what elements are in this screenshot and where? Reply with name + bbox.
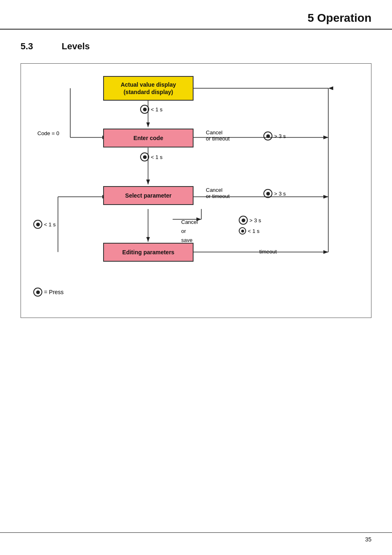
less-1s-label-1: < 1 s <box>140 105 163 114</box>
or-timeout-2-label: or timeout <box>206 193 230 199</box>
enter-code-box: Enter code <box>103 129 194 147</box>
less-1s-label-2: < 1 s <box>140 152 163 161</box>
greater-3s-label-1: > 3 s <box>263 131 286 140</box>
page-header: 5 Operation <box>0 0 392 30</box>
or-timeout-1-label: or timeout <box>206 136 230 142</box>
timeout-label: timeout <box>259 249 277 255</box>
select-parameter-label: Select parameter <box>125 192 172 199</box>
editing-parameters-box: Editing parameters <box>103 243 194 262</box>
greater-3s-label-3: > 3 s <box>239 216 261 225</box>
less-1s-label-3: < 1 s <box>239 227 260 235</box>
cancel-save-label: Cancel or save <box>181 218 198 245</box>
section-title: Levels <box>62 41 90 52</box>
press-icon-2 <box>263 131 272 140</box>
section-number: 5.3 <box>21 41 45 52</box>
greater-3s-label-2: > 3 s <box>263 189 286 198</box>
press-icon-legend <box>33 288 42 297</box>
diagram-arrows <box>21 64 371 318</box>
code-equals-0-label: Code = 0 <box>37 130 59 136</box>
press-icon-6 <box>239 227 246 235</box>
press-icon-5 <box>239 216 248 225</box>
press-icon-3 <box>140 152 149 161</box>
actual-value-box: Actual value display (standard display) <box>103 76 194 101</box>
diagram-container: Actual value display (standard display) … <box>21 63 371 318</box>
page-footer: 35 <box>0 532 392 543</box>
editing-parameters-label: Editing parameters <box>122 249 175 256</box>
page-title: 5 Operation <box>307 12 371 25</box>
enter-code-label: Enter code <box>134 135 163 141</box>
less-1s-left-label: < 1 s <box>33 220 56 229</box>
press-legend: = Press <box>33 288 64 297</box>
section-header: 5.3 Levels <box>0 34 392 59</box>
press-icon-7 <box>33 220 42 229</box>
actual-value-label: Actual value display (standard display) <box>121 81 176 96</box>
press-icon-4 <box>263 189 272 198</box>
page-number: 35 <box>365 536 371 543</box>
select-parameter-box: Select parameter <box>103 186 194 205</box>
press-icon-1 <box>140 105 149 114</box>
